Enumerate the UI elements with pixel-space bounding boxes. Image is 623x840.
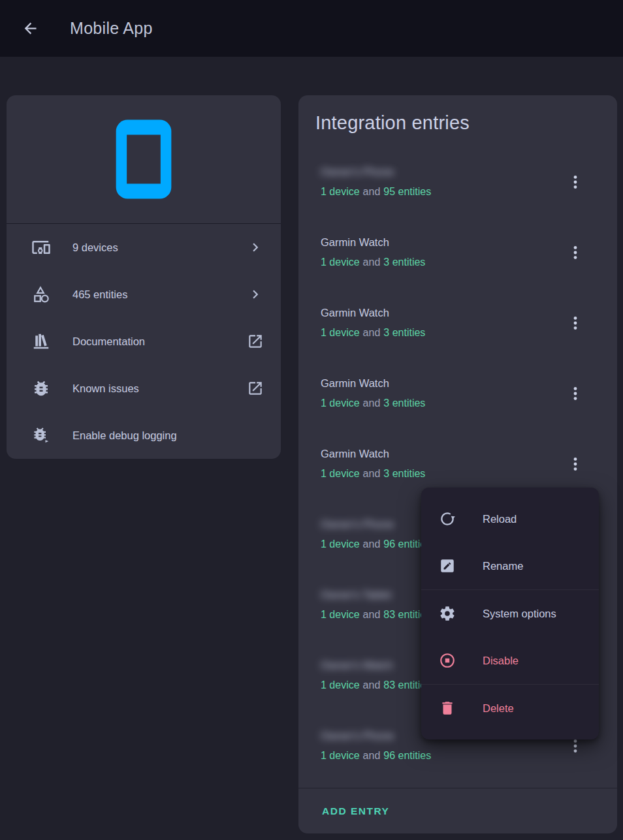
- rename-icon: [439, 557, 456, 574]
- devices-link[interactable]: 1 device: [321, 397, 360, 409]
- open-in-new-icon: [247, 380, 264, 397]
- integration-icon-area: [7, 95, 281, 224]
- integration-info-card: 9 devices 465 entities: [7, 95, 281, 459]
- devices-link[interactable]: 1 device: [321, 257, 360, 268]
- bookshelf-icon: [31, 332, 51, 351]
- devices-link[interactable]: 1 device: [321, 538, 360, 550]
- bug-play-icon: [31, 426, 51, 445]
- devices-icon: [31, 238, 51, 257]
- integration-entry: Garmin Watch 1 deviceand3 entities: [298, 217, 617, 288]
- devices-link[interactable]: 1 device: [321, 327, 360, 338]
- menu-item-label: Rename: [483, 560, 523, 572]
- dots-vertical-icon: [567, 315, 584, 332]
- entities-link[interactable]: 96 entities: [383, 750, 431, 761]
- open-in-new-icon: [247, 333, 264, 350]
- entities-link[interactable]: 3 entities: [383, 468, 425, 479]
- menu-item-label: Reload: [483, 513, 517, 525]
- entry-menu-button[interactable]: [560, 307, 591, 339]
- entry-name: Owner's Tablet: [321, 587, 391, 602]
- dots-vertical-icon: [567, 385, 584, 402]
- mobile-app-config-page: Mobile App 9 devices: [0, 0, 623, 840]
- devices-link[interactable]: 1 device: [321, 609, 360, 620]
- entities-link[interactable]: 95 entities: [383, 186, 431, 197]
- cog-icon: [439, 605, 456, 622]
- menu-item-reload[interactable]: Reload: [421, 495, 599, 542]
- dots-vertical-icon: [567, 456, 584, 473]
- entry-name: Owner's Watch: [321, 658, 393, 672]
- menu-item-label: System options: [483, 608, 556, 620]
- menu-item-rename[interactable]: Rename: [421, 542, 599, 589]
- menu-item-disable[interactable]: Disable: [421, 637, 599, 684]
- cellphone-icon: [101, 116, 187, 202]
- entry-name: Garmin Watch: [321, 235, 389, 249]
- stop-circle-icon: [439, 652, 456, 669]
- entities-row-label: 465 entities: [72, 288, 247, 301]
- entry-menu-button[interactable]: [560, 166, 591, 198]
- devices-link[interactable]: 1 device: [321, 679, 360, 691]
- entry-summary: 1 deviceand96 entities: [321, 749, 552, 763]
- menu-item-label: Disable: [483, 655, 519, 667]
- entry-summary: 1 deviceand95 entities: [321, 185, 552, 199]
- integration-entry: Garmin Watch 1 deviceand3 entities: [298, 288, 617, 358]
- entries-card-footer: ADD ENTRY: [298, 788, 617, 833]
- entry-menu-button[interactable]: [560, 448, 591, 480]
- entry-name: Owner's Phone: [321, 164, 394, 179]
- page-title: Mobile App: [70, 19, 153, 38]
- back-button[interactable]: [14, 13, 46, 44]
- known-issues-row[interactable]: Known issues: [7, 365, 281, 412]
- entry-summary: 1 deviceand3 entities: [321, 326, 552, 340]
- devices-row-label: 9 devices: [72, 241, 247, 254]
- entries-card-title: Integration entries: [298, 95, 617, 134]
- menu-item-delete[interactable]: Delete: [421, 685, 599, 732]
- devices-link[interactable]: 1 device: [321, 750, 360, 761]
- bug-icon: [31, 379, 51, 398]
- app-header: Mobile App: [0, 0, 623, 57]
- entry-name: Owner's Phone: [321, 517, 394, 531]
- documentation-row-label: Documentation: [72, 335, 247, 348]
- entities-row[interactable]: 465 entities: [7, 271, 281, 318]
- menu-item-label: Delete: [483, 702, 514, 715]
- reload-icon: [439, 510, 456, 527]
- enable-debug-logging-label: Enable debug logging: [72, 429, 264, 442]
- delete-icon: [439, 700, 456, 717]
- entities-link[interactable]: 3 entities: [383, 327, 425, 338]
- entry-summary: 1 deviceand3 entities: [321, 396, 552, 411]
- entities-link[interactable]: 3 entities: [383, 397, 425, 409]
- entry-summary: 1 deviceand3 entities: [321, 467, 552, 481]
- shapes-icon: [31, 285, 51, 304]
- dots-vertical-icon: [567, 174, 584, 191]
- devices-link[interactable]: 1 device: [321, 468, 360, 479]
- entry-menu-button[interactable]: [560, 378, 591, 409]
- entry-name: Garmin Watch: [321, 376, 389, 390]
- devices-row[interactable]: 9 devices: [7, 224, 281, 271]
- entry-summary: 1 deviceand3 entities: [321, 255, 552, 270]
- add-entry-button[interactable]: ADD ENTRY: [322, 799, 389, 824]
- dots-vertical-icon: [567, 244, 584, 261]
- arrow-left-icon: [22, 20, 39, 37]
- enable-debug-logging-row[interactable]: Enable debug logging: [7, 412, 281, 459]
- integration-entry: Garmin Watch 1 deviceand3 entities: [298, 358, 617, 429]
- entry-name: Garmin Watch: [321, 446, 389, 461]
- chevron-right-icon: [247, 239, 264, 256]
- documentation-row[interactable]: Documentation: [7, 318, 281, 365]
- chevron-right-icon: [247, 286, 264, 303]
- entry-name: Garmin Watch: [321, 305, 389, 320]
- entry-menu-button[interactable]: [560, 237, 591, 268]
- entities-link[interactable]: 3 entities: [383, 257, 425, 268]
- menu-item-system-options[interactable]: System options: [421, 590, 599, 637]
- devices-link[interactable]: 1 device: [321, 186, 360, 197]
- dots-vertical-icon: [567, 738, 584, 754]
- integration-entry: Owner's Phone 1 deviceand95 entities: [298, 147, 617, 217]
- entry-context-menu: Reload Rename System options Disable: [421, 488, 599, 739]
- known-issues-row-label: Known issues: [72, 382, 247, 395]
- entry-name: Owner's Phone: [321, 728, 394, 743]
